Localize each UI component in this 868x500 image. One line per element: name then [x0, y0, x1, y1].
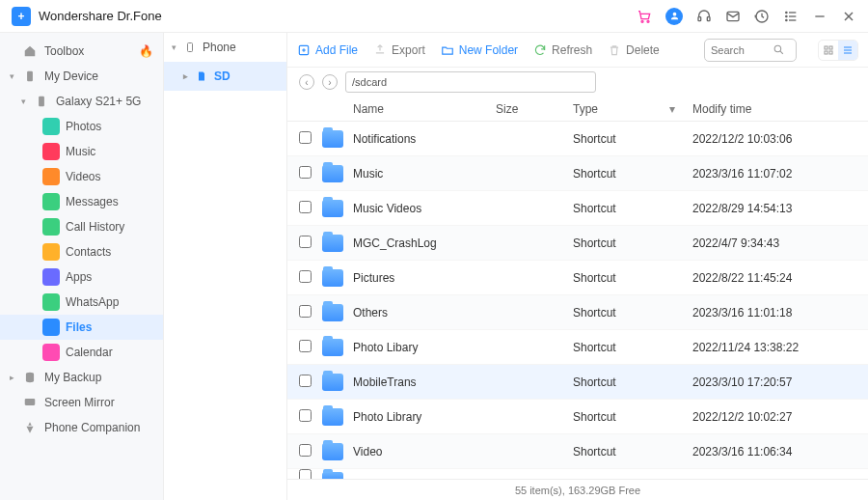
row-checkbox[interactable]	[299, 166, 312, 179]
sidebar-item-contacts[interactable]: Contacts	[0, 239, 163, 264]
mail-icon[interactable]	[725, 9, 741, 24]
svg-point-1	[647, 20, 649, 22]
col-size[interactable]: Size	[496, 102, 573, 116]
minimize-icon[interactable]	[812, 9, 827, 24]
sidebar-item-companion[interactable]: Phone Companion	[0, 415, 163, 440]
cart-icon[interactable]	[637, 9, 652, 24]
sidebar-item-mydevice[interactable]: ▾ My Device	[0, 64, 163, 89]
row-checkbox[interactable]	[299, 444, 312, 457]
middle-item-phone[interactable]: ▾ Phone	[164, 33, 286, 62]
sidebar-item-messages[interactable]: Messages	[0, 189, 163, 214]
forward-button[interactable]: ›	[322, 74, 338, 90]
file-type: Shortcut	[573, 132, 669, 146]
file-type: Shortcut	[573, 410, 669, 424]
delete-button[interactable]: Delete	[608, 43, 660, 57]
app-logo: +	[12, 7, 31, 26]
middle-item-sd[interactable]: ▸ SD	[164, 62, 286, 91]
sidebar-item-files[interactable]: Files	[0, 315, 163, 340]
refresh-button[interactable]: Refresh	[533, 43, 592, 57]
history-icon[interactable]	[754, 9, 770, 24]
table-row[interactable]: MGC_CrashLogShortcut2022/4/7 9:34:43	[287, 226, 868, 261]
row-checkbox[interactable]	[299, 375, 312, 387]
folder-icon	[322, 200, 343, 217]
sidebar-item-toolbox[interactable]: Toolbox 🔥	[0, 39, 163, 64]
row-checkbox[interactable]	[299, 409, 312, 422]
search-icon	[773, 43, 785, 56]
col-time[interactable]: Modify time	[692, 102, 856, 116]
row-checkbox[interactable]	[299, 305, 312, 318]
back-button[interactable]: ‹	[299, 74, 314, 90]
file-type: Shortcut	[573, 271, 669, 285]
svg-point-23	[774, 45, 781, 52]
search-box[interactable]	[704, 39, 797, 62]
table-row[interactable]: NotificationsShortcut2022/12/2 10:03:06	[287, 122, 868, 156]
folder-icon	[322, 339, 343, 356]
file-type: Shortcut	[573, 202, 669, 215]
app-icon	[42, 168, 60, 185]
table-row[interactable]: Music VideosShortcut2022/8/29 14:54:13	[287, 191, 868, 226]
table-row[interactable]: MusicShortcut2023/3/16 11:07:02	[287, 156, 868, 191]
new-folder-button[interactable]: New Folder	[441, 43, 518, 57]
row-checkbox[interactable]	[299, 340, 312, 352]
file-time: 2023/3/16 11:06:34	[692, 445, 856, 458]
sidebar-item-call-history[interactable]: Call History	[0, 214, 163, 239]
sidebar-item-mybackup[interactable]: ▸ My Backup	[0, 365, 163, 390]
table-header: Name Size Type ▾ Modify time	[287, 97, 868, 122]
app-icon	[42, 268, 60, 286]
pathbar: ‹ ›	[287, 68, 868, 97]
svg-line-24	[780, 51, 783, 54]
sidebar-item-music[interactable]: Music	[0, 139, 163, 164]
app-icon	[42, 118, 60, 135]
add-file-button[interactable]: Add File	[297, 43, 358, 57]
sidebar-item-apps[interactable]: Apps	[0, 264, 163, 290]
table-row[interactable]	[287, 469, 868, 479]
app-icon	[42, 344, 60, 361]
file-time: 2023/3/10 17:20:57	[692, 375, 856, 389]
backup-icon	[21, 369, 39, 386]
table-row[interactable]: MobileTransShortcut2023/3/10 17:20:57	[287, 365, 868, 400]
sidebar-item-whatsapp[interactable]: WhatsApp	[0, 290, 163, 315]
table-row[interactable]: Photo LibraryShortcut2022/12/2 10:02:27	[287, 400, 868, 434]
sidebar-item-device[interactable]: ▾ Galaxy S21+ 5G	[0, 89, 163, 114]
file-name: MobileTrans	[347, 375, 496, 389]
row-checkbox[interactable]	[299, 131, 312, 144]
flame-icon: 🔥	[139, 44, 153, 58]
sort-icon[interactable]: ▾	[669, 102, 692, 116]
file-time: 2023/3/16 11:07:02	[692, 167, 856, 181]
phone-icon	[21, 68, 39, 85]
sidebar-item-screenmirror[interactable]: Screen Mirror	[0, 390, 163, 415]
file-name: Video	[347, 445, 496, 458]
sidebar-item-photos[interactable]: Photos	[0, 114, 163, 139]
menu-list-icon[interactable]	[783, 9, 799, 24]
grid-view-button[interactable]	[819, 41, 838, 60]
sidebar-item-videos[interactable]: Videos	[0, 164, 163, 189]
user-icon[interactable]	[665, 8, 683, 25]
folder-icon	[322, 269, 343, 287]
col-name[interactable]: Name	[347, 102, 496, 116]
toolbar: Add File Export New Folder Refresh Delet…	[287, 33, 868, 68]
middle-panel: ▾ Phone ▸ SD	[164, 33, 287, 500]
row-checkbox[interactable]	[299, 270, 312, 283]
file-time: 2022/11/24 13:38:22	[692, 341, 856, 354]
app-icon	[42, 319, 60, 336]
list-view-button[interactable]	[838, 41, 857, 60]
table-row[interactable]: Photo LibaryShortcut2022/11/24 13:38:22	[287, 330, 868, 365]
col-type[interactable]: Type	[573, 102, 669, 116]
row-checkbox[interactable]	[299, 469, 312, 480]
search-input[interactable]	[711, 44, 773, 56]
device-icon	[33, 93, 50, 110]
row-checkbox[interactable]	[299, 236, 312, 248]
table-row[interactable]: PicturesShortcut2022/8/22 11:45:24	[287, 261, 868, 295]
headset-icon[interactable]	[696, 9, 712, 24]
folder-icon	[322, 443, 343, 460]
table-row[interactable]: VideoShortcut2023/3/16 11:06:34	[287, 434, 868, 469]
table-row[interactable]: OthersShortcut2023/3/16 11:01:18	[287, 295, 868, 330]
file-time: 2022/4/7 9:34:43	[692, 236, 856, 250]
svg-rect-19	[188, 43, 193, 52]
export-button[interactable]: Export	[373, 43, 425, 57]
close-icon[interactable]	[841, 9, 856, 24]
file-name: Music Videos	[347, 202, 496, 215]
path-input[interactable]	[345, 71, 596, 93]
sidebar-item-calendar[interactable]: Calendar	[0, 340, 163, 365]
row-checkbox[interactable]	[299, 201, 312, 213]
